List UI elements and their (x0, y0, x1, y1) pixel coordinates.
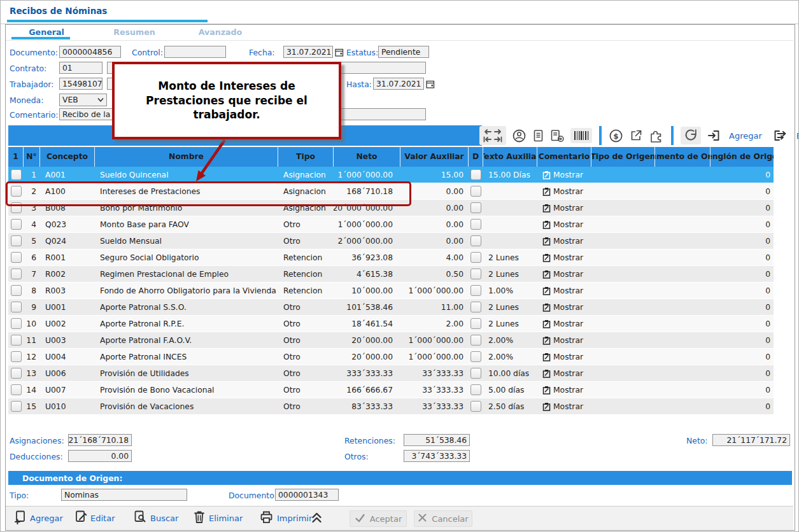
mostrar-link[interactable]: Mostrar (537, 283, 591, 298)
trabajador-field[interactable]: 15498107 (59, 78, 103, 90)
expand-columns-icon[interactable] (479, 126, 506, 145)
column-header[interactable]: Renglón de Origen (711, 147, 774, 167)
column-header[interactable]: Neto (334, 147, 400, 167)
editar-button[interactable]: Editar (74, 507, 115, 530)
column-header[interactable]: Nombre (95, 147, 278, 167)
hasta-field[interactable]: 31.07.2021 (373, 78, 424, 90)
mostrar-link[interactable]: Mostrar (537, 266, 591, 282)
table-row[interactable]: 14U007Provisión de Bono VacacionalOtro16… (8, 382, 774, 398)
d-checkbox[interactable] (470, 219, 481, 230)
d-checkbox[interactable] (470, 269, 481, 279)
mostrar-link[interactable]: Mostrar (537, 316, 591, 332)
remove-row-icon[interactable] (773, 129, 788, 143)
column-header[interactable]: Valor Auxiliar (400, 147, 469, 167)
tab-avanzado[interactable]: Avanzado (188, 27, 252, 39)
eliminar-button[interactable]: Eliminar (193, 507, 243, 530)
document-icon[interactable] (532, 129, 544, 143)
table-row[interactable]: 7R002Regimen Prestacional de EmpleoReten… (8, 266, 774, 283)
column-header[interactable]: Concepto (40, 147, 95, 167)
row-checkbox[interactable] (11, 186, 22, 197)
mostrar-link[interactable]: Mostrar (537, 183, 591, 199)
row-checkbox[interactable] (11, 285, 22, 296)
refresh-icon[interactable] (681, 127, 701, 144)
collapse-panel-button[interactable] (310, 507, 323, 530)
table-row[interactable]: 12U004Aporte Patronal INCESOtro20´000.00… (8, 349, 774, 365)
d-checkbox[interactable] (470, 335, 481, 346)
d-checkbox[interactable] (470, 401, 481, 412)
row-checkbox[interactable] (11, 302, 22, 312)
mostrar-link[interactable]: Mostrar (537, 299, 591, 315)
mostrar-link[interactable]: Mostrar (537, 332, 591, 348)
table-row[interactable]: 3B008Bono por MatrimonioAsignacion20´000… (8, 200, 774, 216)
table-row[interactable]: 6R001Seguro Social ObligatorioRetencion3… (8, 249, 774, 266)
table-row[interactable]: 8R003Fondo de Ahorro Obligatorio para la… (8, 283, 774, 299)
mostrar-link[interactable]: Mostrar (537, 167, 591, 183)
contrato-field[interactable]: 01 (59, 62, 103, 74)
column-header[interactable]: N° (24, 147, 40, 167)
mostrar-link[interactable]: Mostrar (537, 200, 591, 216)
user-icon[interactable] (512, 129, 527, 143)
d-checkbox[interactable] (470, 351, 481, 362)
add-row-icon[interactable] (707, 129, 721, 143)
row-checkbox[interactable] (11, 318, 22, 329)
row-checkbox[interactable] (11, 269, 22, 279)
table-row[interactable]: 9U001Aporte Patronal S.S.O.Otro101´538.4… (8, 299, 774, 316)
column-header[interactable]: Documento de Origen (655, 147, 711, 167)
control-field[interactable] (164, 46, 226, 58)
column-header[interactable]: 1 (8, 147, 24, 167)
mostrar-link[interactable]: Mostrar (537, 216, 591, 232)
grid-eliminar-label[interactable]: Eliminar (796, 131, 799, 141)
d-checkbox[interactable] (470, 318, 481, 329)
table-row[interactable]: 4Q023Monto Base para FAOVOtro1´000´000.0… (8, 216, 774, 233)
agregar-button[interactable]: Agregar (13, 507, 63, 530)
origen-tipo-field[interactable]: Nominas (61, 489, 187, 501)
grid-agregar-label[interactable]: Agregar (729, 131, 762, 141)
mostrar-link[interactable]: Mostrar (537, 249, 591, 265)
documento-field[interactable]: 0000004856 (59, 46, 121, 58)
tab-resumen[interactable]: Resumen (103, 27, 166, 39)
row-checkbox[interactable] (11, 235, 22, 246)
row-checkbox[interactable] (11, 384, 22, 395)
table-row[interactable]: 11U003Aporte Patronal F.A.O.V.Otro20´000… (8, 332, 774, 349)
table-row[interactable]: 13U006Provisión de UtilidadesOtro333´333… (8, 365, 774, 382)
table-row[interactable]: 1A001Sueldo QuincenalAsignacion1´000´000… (8, 167, 774, 183)
mostrar-link[interactable]: Mostrar (537, 349, 591, 365)
mostrar-link[interactable]: Mostrar (537, 233, 591, 249)
imprimir-button[interactable]: Imprimir (259, 507, 312, 530)
row-checkbox[interactable] (11, 169, 22, 180)
calendar-icon[interactable] (426, 79, 435, 88)
external-link-icon[interactable] (629, 129, 643, 143)
d-checkbox[interactable] (470, 384, 481, 395)
d-checkbox[interactable] (470, 202, 481, 213)
origen-documento-field[interactable]: 0000001343 (275, 489, 339, 501)
table-row[interactable]: 2A100Intereses de PrestacionesAsignacion… (8, 183, 774, 200)
barcode-icon[interactable] (570, 128, 592, 143)
row-checkbox[interactable] (11, 368, 22, 379)
column-header[interactable]: Comentario (537, 147, 591, 167)
d-checkbox[interactable] (470, 252, 481, 263)
column-header[interactable]: Tipo de Origen (591, 147, 655, 167)
moneda-select[interactable]: VEB (59, 94, 107, 106)
aceptar-button[interactable]: Aceptar (350, 510, 407, 527)
table-row[interactable]: 5Q024Sueldo MensualOtro2´000´000.000.00M… (8, 233, 774, 249)
table-row[interactable]: 15U010Provisión de VacacionesOtro83´333.… (8, 398, 774, 415)
row-checkbox[interactable] (11, 219, 22, 230)
d-checkbox[interactable] (470, 235, 481, 246)
mostrar-link[interactable]: Mostrar (537, 398, 591, 414)
mostrar-link[interactable]: Mostrar (537, 365, 591, 381)
row-checkbox[interactable] (11, 252, 22, 263)
document-add-icon[interactable] (550, 129, 565, 143)
row-checkbox[interactable] (11, 351, 22, 362)
fecha-field[interactable]: 31.07.2021 (283, 46, 333, 58)
row-checkbox[interactable] (11, 401, 22, 412)
currency-icon[interactable]: $ (609, 129, 623, 143)
row-checkbox[interactable] (11, 202, 22, 213)
mostrar-link[interactable]: Mostrar (537, 382, 591, 398)
row-checkbox[interactable] (11, 335, 22, 346)
d-checkbox[interactable] (470, 169, 481, 180)
column-header[interactable]: Texto Auxiliar (483, 147, 537, 167)
puzzle-icon[interactable] (649, 128, 664, 143)
calendar-icon[interactable] (335, 47, 344, 56)
cancelar-button[interactable]: Cancelar (414, 510, 472, 527)
buscar-button[interactable]: Buscar (133, 507, 178, 530)
